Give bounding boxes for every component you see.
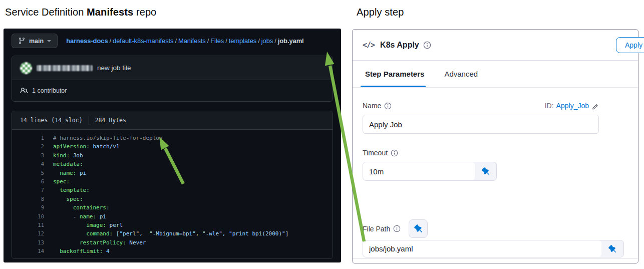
branch-name: main [29, 38, 44, 45]
active-tab-indicator [361, 86, 426, 88]
code-line: 9 containers: [12, 203, 333, 212]
line-number[interactable]: 8 [12, 195, 44, 203]
contributors-link[interactable]: 1 contributor [32, 87, 67, 94]
breadcrumb-separator: / [207, 37, 209, 45]
code-text: - name: pi [53, 212, 106, 221]
breadcrumb-segment[interactable]: default-k8s-manifests [113, 37, 173, 45]
name-info-icon[interactable] [384, 102, 392, 110]
timeout-pin-icon[interactable] [475, 162, 496, 180]
avatar[interactable] [20, 62, 32, 74]
step-title: K8s Apply [380, 41, 419, 50]
line-number[interactable]: 9 [12, 203, 44, 212]
code-line: 13 restartPolicy: Never [12, 238, 333, 247]
code-line: 3kind: Job [12, 151, 333, 160]
name-label-row: Name ID: Apply_Job [363, 102, 599, 110]
tab-advanced[interactable]: Advanced [444, 61, 478, 87]
breadcrumb-separator: / [175, 37, 177, 45]
line-number[interactable]: 13 [12, 238, 44, 247]
code-text: containers: [53, 203, 110, 212]
branch-selector-button[interactable]: main [12, 34, 58, 48]
code-line: 11 image: perl [12, 221, 333, 229]
left-title-bold: Manifests [87, 7, 133, 18]
line-number[interactable]: 6 [12, 177, 44, 186]
people-icon [20, 87, 28, 95]
code-text: command: ["perl", "-Mbignum=bpi", "-wle"… [53, 229, 288, 238]
line-number[interactable]: 5 [12, 169, 44, 177]
code-text: name: pi [53, 169, 86, 177]
chevron-down-icon [47, 40, 51, 42]
code-line: 8 spec: [12, 195, 333, 203]
page: Service Definition Manifests repo Apply … [0, 0, 644, 269]
breadcrumb-separator: / [110, 37, 112, 45]
section-divider [353, 258, 638, 258]
line-number[interactable]: 7 [12, 186, 44, 194]
breadcrumb-segment: job.yaml [278, 37, 304, 45]
commit-row: new job file [12, 56, 333, 80]
file-info-bar: 14 lines (14 sloc) 284 Bytes [12, 111, 333, 130]
id-label: ID: [545, 102, 554, 110]
timeout-input[interactable] [363, 162, 475, 180]
breadcrumb-segment[interactable]: jobs [261, 37, 273, 45]
right-section-title: Apply step [357, 7, 404, 18]
code-line: 4metadata: [12, 160, 333, 168]
timeout-label-text: Timeout [363, 149, 388, 157]
timeout-info-icon[interactable] [391, 149, 398, 157]
step-info-icon[interactable] [423, 41, 431, 49]
file-path-input-pin-icon[interactable] [601, 240, 623, 257]
line-number[interactable]: 10 [12, 212, 44, 221]
line-number[interactable]: 14 [12, 247, 44, 255]
github-topbar: main harness-docs/default-k8s-manifests/… [4, 29, 341, 48]
breadcrumb-separator: / [258, 37, 260, 45]
file-content-card: 14 lines (14 sloc) 284 Bytes 1# harness.… [12, 111, 333, 259]
step-tabs: Step ParametersAdvanced [353, 61, 638, 88]
tab-step-parameters[interactable]: Step Parameters [365, 61, 424, 87]
breadcrumb-separator: / [274, 37, 276, 45]
breadcrumb-segment[interactable]: Manifests [178, 37, 206, 45]
file-path-pin-button[interactable] [409, 219, 428, 238]
code-line: 7 template: [12, 186, 333, 194]
code-line: 1# harness.io/skip-file-for-deploy [12, 134, 333, 142]
breadcrumb-segment[interactable]: Files [210, 37, 224, 45]
name-label-text: Name [363, 102, 381, 110]
line-number[interactable]: 4 [12, 160, 44, 168]
code-line: 5 name: pi [12, 169, 333, 177]
code-text: image: perl [53, 221, 123, 229]
tab-label: Advanced [444, 70, 478, 78]
timeout-field [363, 162, 497, 181]
file-size-info: 284 Bytes [95, 117, 126, 124]
code-text: template: [53, 186, 90, 194]
left-title-prefix: Service Definition [5, 7, 87, 18]
tab-label: Step Parameters [365, 70, 424, 78]
step-id: ID: Apply_Job [545, 102, 599, 110]
git-branch-icon [18, 37, 26, 45]
edit-pencil-icon[interactable] [591, 102, 599, 110]
code-text: metadata: [53, 160, 83, 168]
code-line: 14 backoffLimit: 4 [12, 247, 333, 255]
apply-button[interactable]: Apply [616, 37, 644, 53]
line-number[interactable]: 12 [12, 229, 44, 238]
file-path-info-icon[interactable] [393, 225, 401, 232]
line-number[interactable]: 11 [12, 221, 44, 229]
line-number[interactable]: 1 [12, 134, 44, 142]
code-text: spec: [53, 177, 70, 186]
file-path-label: File Path [363, 225, 401, 233]
code-line: 6spec: [12, 177, 333, 186]
id-value-link[interactable]: Apply_Job [556, 102, 589, 110]
name-label: Name [363, 102, 392, 110]
code-line: 12 command: ["perl", "-Mbignum=bpi", "-w… [12, 229, 333, 238]
file-path-input[interactable] [363, 240, 601, 257]
breadcrumb-segment[interactable]: templates [229, 37, 256, 45]
contributors-row: 1 contributor [12, 80, 333, 101]
left-title-suffix: repo [133, 7, 156, 18]
line-number[interactable]: 2 [12, 142, 44, 151]
code-text: restartPolicy: Never [53, 238, 146, 247]
step-parameters-body: Name ID: Apply_Job Timeout [353, 88, 638, 263]
code-text: # harness.io/skip-file-for-deploy [53, 134, 163, 142]
line-number[interactable]: 3 [12, 151, 44, 160]
commit-message[interactable]: new job file [97, 64, 131, 72]
pin-icon [414, 224, 423, 233]
name-input[interactable] [363, 115, 599, 134]
code-text: kind: Job [53, 151, 83, 160]
code-line: 2apiVersion: batch/v1 [12, 142, 333, 151]
breadcrumb-segment[interactable]: harness-docs [66, 37, 108, 45]
